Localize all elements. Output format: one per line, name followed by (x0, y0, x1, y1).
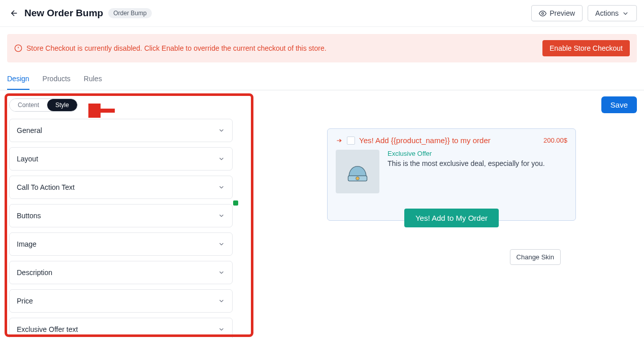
accordion-general[interactable]: General (9, 119, 233, 142)
tab-rules[interactable]: Rules (84, 70, 102, 90)
chevron-down-icon (218, 297, 225, 305)
alert-text: Store Checkout is currently disabled. Cl… (26, 44, 542, 52)
accordion-exclusive-offer[interactable]: Exclusive Offer text (9, 318, 233, 338)
bump-title: Yes! Add {{product_name}} to my order (359, 136, 491, 145)
accordion-image-label: Image (17, 240, 37, 248)
preview-button[interactable]: Preview (531, 5, 583, 21)
svg-point-0 (542, 12, 544, 14)
chevron-down-icon (218, 241, 225, 248)
accordion-exclusive-label: Exclusive Offer text (17, 325, 78, 333)
tab-products[interactable]: Products (43, 70, 71, 90)
exclusive-offer-text: Exclusive Offer (388, 150, 567, 157)
accordion-general-label: General (17, 126, 42, 134)
add-to-order-button[interactable]: Yes! Add to My Order (404, 209, 499, 227)
accordion-description[interactable]: Description (9, 261, 233, 284)
segment-style[interactable]: Style (47, 99, 77, 111)
actions-button-label: Actions (595, 9, 619, 17)
svg-point-6 (356, 177, 360, 180)
actions-button[interactable]: Actions (588, 5, 637, 21)
accordion-layout[interactable]: Layout (9, 147, 233, 171)
bump-checkbox[interactable] (347, 137, 355, 145)
indicator-dot (233, 200, 238, 206)
accordion-cta-label: Call To Action Text (17, 183, 75, 191)
arrow-left-icon (10, 9, 19, 18)
chevron-down-icon (218, 184, 225, 191)
product-image (336, 150, 379, 193)
enable-store-checkout-button[interactable]: Enable Store Checkout (542, 40, 630, 56)
back-button[interactable] (7, 6, 21, 20)
eye-icon (539, 10, 546, 17)
accordion-layout-label: Layout (17, 155, 38, 163)
info-icon (14, 44, 22, 52)
save-button[interactable]: Save (601, 96, 637, 113)
bump-price: 200.00$ (543, 137, 567, 144)
chevron-down-icon (218, 155, 225, 162)
arrow-right-icon (336, 137, 343, 144)
accordion-buttons-label: Buttons (17, 212, 41, 220)
style-accordion: General Layout Call To Action Text Butto… (9, 119, 233, 338)
chevron-down-icon (218, 212, 225, 219)
page-title: New Order Bump (24, 8, 103, 19)
store-checkout-alert: Store Checkout is currently disabled. Cl… (7, 34, 637, 62)
beanie-icon (344, 158, 371, 185)
accordion-call-to-action[interactable]: Call To Action Text (9, 176, 233, 199)
accordion-price-label: Price (17, 297, 33, 305)
change-skin-button[interactable]: Change Skin (510, 249, 561, 265)
preview-button-label: Preview (550, 9, 575, 17)
bump-description: This is the most exclusive deal, especia… (388, 159, 567, 167)
accordion-price[interactable]: Price (9, 289, 233, 313)
chevron-down-icon (622, 10, 629, 17)
accordion-image[interactable]: Image (9, 232, 233, 256)
chevron-down-icon (218, 269, 225, 276)
segment-content[interactable]: Content (10, 99, 47, 111)
accordion-description-label: Description (17, 268, 52, 277)
editor-mode-toggle: Content Style (9, 98, 78, 112)
main-tabs: Design Products Rules (0, 70, 644, 90)
tab-design[interactable]: Design (7, 70, 29, 90)
order-bump-preview: Yes! Add {{product_name}} to my order 20… (327, 128, 576, 221)
order-bump-badge: Order Bump (108, 8, 151, 18)
accordion-buttons[interactable]: Buttons (9, 204, 233, 227)
chevron-down-icon (218, 326, 225, 333)
chevron-down-icon (218, 127, 225, 134)
